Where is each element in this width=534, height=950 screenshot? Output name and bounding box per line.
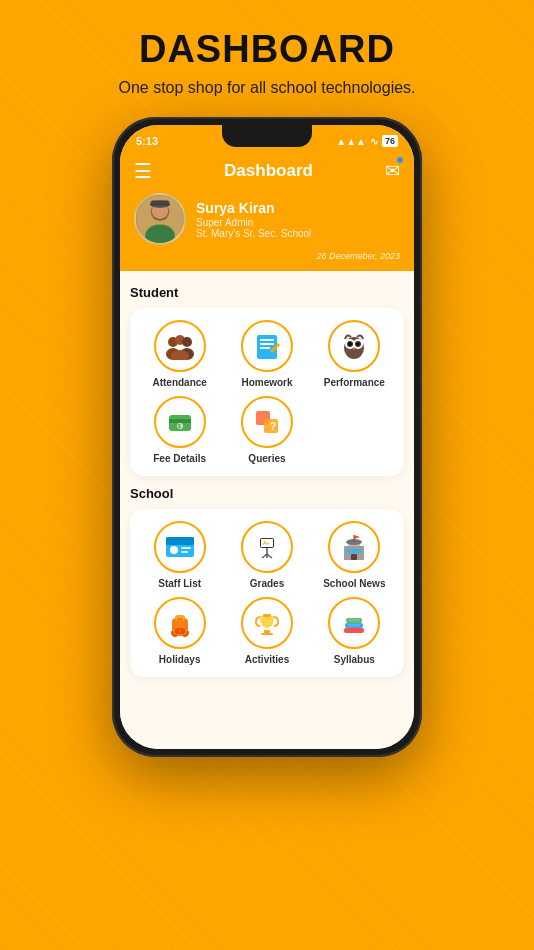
battery-badge: 76 [382, 135, 398, 147]
svg-point-8 [182, 337, 192, 347]
svg-rect-49 [351, 554, 357, 560]
school-icon-grid: Staff List A+ [138, 521, 396, 665]
svg-rect-5 [151, 201, 169, 207]
performance-item[interactable]: Performance [313, 320, 396, 388]
svg-rect-58 [261, 633, 273, 635]
queries-icon-circle: ? [241, 396, 293, 448]
mail-icon: ✉ [385, 161, 400, 181]
homework-label: Homework [241, 377, 292, 388]
svg-rect-33 [166, 537, 194, 545]
svg-rect-54 [177, 618, 183, 621]
fee-details-label: Fee Details [153, 453, 206, 464]
svg-point-23 [357, 343, 360, 346]
svg-rect-61 [345, 623, 363, 628]
avatar [134, 193, 186, 245]
svg-point-34 [170, 546, 178, 554]
school-grid-card: Staff List A+ [130, 509, 404, 677]
grades-label: Grades [250, 578, 284, 589]
phone-frame: 5:13 ▲▲▲ ∿ 76 ☰ Dashboard ✉ [112, 117, 422, 757]
svg-rect-59 [263, 614, 271, 617]
syllabus-icon-circle [328, 597, 380, 649]
staff-list-label: Staff List [158, 578, 201, 589]
student-grid-card: Attendance Homework [130, 308, 404, 476]
svg-rect-60 [344, 628, 364, 633]
page-title: DASHBOARD [118, 28, 415, 71]
activities-icon-circle [241, 597, 293, 649]
syllabus-item[interactable]: Syllabus [313, 597, 396, 665]
app-header-top: ☰ Dashboard ✉ [134, 159, 400, 183]
grades-item[interactable]: A+ Grades [225, 521, 308, 589]
staff-list-icon-circle [154, 521, 206, 573]
status-icons: ▲▲▲ ∿ 76 [336, 135, 398, 147]
fee-details-icon-circle: $ [154, 396, 206, 448]
performance-label: Performance [324, 377, 385, 388]
svg-text:A+: A+ [263, 540, 270, 546]
app-header: ☰ Dashboard ✉ [120, 153, 414, 271]
school-news-label: School News [323, 578, 385, 589]
attendance-label: Attendance [152, 377, 206, 388]
page-header: DASHBOARD One stop shop for all school t… [98, 0, 435, 109]
performance-icon-circle [328, 320, 380, 372]
homework-icon-circle [241, 320, 293, 372]
queries-item[interactable]: ? Queries [225, 396, 308, 464]
attendance-icon-circle [154, 320, 206, 372]
svg-rect-15 [260, 347, 270, 349]
activities-item[interactable]: Activities [225, 597, 308, 665]
svg-rect-14 [260, 343, 274, 345]
queries-label: Queries [248, 453, 285, 464]
svg-rect-35 [181, 547, 191, 549]
holidays-label: Holidays [159, 654, 201, 665]
svg-rect-36 [181, 551, 188, 553]
syllabus-label: Syllabus [334, 654, 375, 665]
grades-icon-circle: A+ [241, 521, 293, 573]
mail-badge [396, 156, 404, 164]
signal-icon: ▲▲▲ [336, 136, 366, 147]
phone-notch [222, 125, 312, 147]
profile-section: Surya Kiran Super Admin St. Mary's Sr. S… [134, 193, 400, 245]
date-badge: 26 Decemeber, 2023 [134, 251, 400, 261]
svg-marker-51 [354, 535, 360, 539]
activities-label: Activities [245, 654, 289, 665]
app-title: Dashboard [224, 161, 313, 181]
hamburger-menu[interactable]: ☰ [134, 159, 152, 183]
student-icon-grid: Attendance Homework [138, 320, 396, 464]
school-news-icon-circle [328, 521, 380, 573]
homework-item[interactable]: Homework [225, 320, 308, 388]
profile-school: St. Mary's Sr. Sec. School [196, 228, 400, 239]
svg-point-22 [349, 343, 352, 346]
status-time: 5:13 [136, 135, 158, 147]
section-title-student: Student [130, 285, 404, 300]
svg-rect-13 [260, 339, 274, 341]
svg-rect-47 [352, 549, 356, 553]
mail-button[interactable]: ✉ [385, 160, 400, 182]
phone-screen: 5:13 ▲▲▲ ∿ 76 ☰ Dashboard ✉ [120, 125, 414, 749]
holidays-item[interactable]: Holidays [138, 597, 221, 665]
svg-text:?: ? [270, 421, 276, 432]
attendance-item[interactable]: Attendance [138, 320, 221, 388]
staff-list-item[interactable]: Staff List [138, 521, 221, 589]
content-area: Student [120, 271, 414, 749]
profile-name: Surya Kiran [196, 200, 400, 216]
svg-rect-46 [347, 549, 351, 553]
section-title-school: School [130, 486, 404, 501]
svg-rect-62 [346, 618, 362, 623]
fee-details-item[interactable]: $ Fee Details [138, 396, 221, 464]
holidays-icon-circle [154, 597, 206, 649]
school-news-item[interactable]: School News [313, 521, 396, 589]
page-subtitle: One stop shop for all school technologie… [118, 77, 415, 99]
svg-text:$: $ [178, 423, 181, 429]
profile-role: Super Admin [196, 217, 400, 228]
svg-rect-48 [357, 549, 361, 553]
profile-info: Surya Kiran Super Admin St. Mary's Sr. S… [196, 200, 400, 239]
wifi-icon: ∿ [370, 136, 378, 147]
